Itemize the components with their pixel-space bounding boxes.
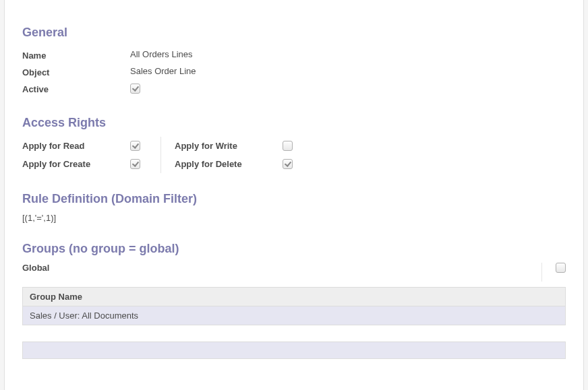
form-content: General Name All Orders Lines Object Sal… <box>9 0 579 359</box>
bottom-bar <box>22 342 566 359</box>
access-rights-grid: Apply for Read Apply for Create Apply fo… <box>22 137 566 173</box>
active-label: Active <box>22 83 130 94</box>
general-fields: Name All Orders Lines Object Sales Order… <box>22 46 566 97</box>
object-label: Object <box>22 66 130 77</box>
apply-write-label: Apply for Write <box>175 141 283 151</box>
section-access-heading: Access Rights <box>22 116 566 130</box>
rule-domain-text: [(1,'=',1)] <box>22 213 566 223</box>
section-general-heading: General <box>22 26 566 40</box>
name-label: Name <box>22 49 130 61</box>
section-groups-heading: Groups (no group = global) <box>22 242 566 256</box>
apply-create-label: Apply for Create <box>22 159 130 169</box>
object-link[interactable]: Sales Order Line <box>130 66 196 76</box>
groups-table: Group Name Sales / User: All Documents <box>22 287 566 325</box>
group-name-cell: Sales / User: All Documents <box>23 306 566 325</box>
apply-read-label: Apply for Read <box>22 141 130 151</box>
table-row[interactable]: Sales / User: All Documents <box>23 306 566 325</box>
apply-write-checkbox[interactable] <box>283 141 293 151</box>
groups-column-header: Group Name <box>23 288 566 306</box>
form-page: General Name All Orders Lines Object Sal… <box>4 0 584 390</box>
section-rule-heading: Rule Definition (Domain Filter) <box>22 192 566 206</box>
apply-delete-label: Apply for Delete <box>175 159 283 169</box>
apply-read-checkbox[interactable] <box>130 141 140 151</box>
active-checkbox[interactable] <box>130 84 140 94</box>
name-value: All Orders Lines <box>130 49 192 59</box>
apply-create-checkbox[interactable] <box>130 159 140 169</box>
global-checkbox[interactable] <box>556 263 566 273</box>
global-label: Global <box>22 263 541 273</box>
apply-delete-checkbox[interactable] <box>283 159 293 169</box>
